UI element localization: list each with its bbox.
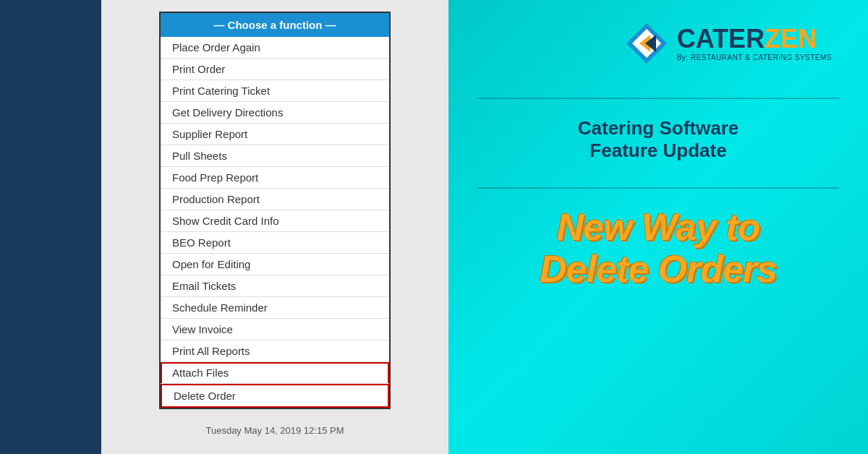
logo-area: CATERZEN By: RESTAURANT & CATERING SYSTE… [625, 22, 832, 65]
list-item[interactable]: Food Prep Report [161, 167, 389, 189]
list-item[interactable]: Open for Editing [161, 254, 389, 275]
list-item[interactable]: Print All Reports [161, 340, 389, 362]
logo-icon [625, 22, 668, 65]
logo-name: CATERZEN [677, 26, 832, 52]
delete-order-item[interactable]: Delete Order [161, 384, 389, 408]
list-item[interactable]: Pull Sheets [161, 145, 389, 167]
list-item[interactable]: Print Order [161, 59, 389, 80]
left-panel [0, 0, 101, 454]
list-item[interactable]: Email Tickets [161, 275, 389, 297]
feature-update-line2: Feature Update [578, 140, 739, 162]
list-item[interactable]: Production Report [161, 189, 389, 210]
logo-tagline: By: RESTAURANT & CATERING SYSTEMS [677, 53, 832, 61]
list-item[interactable]: Print Catering Ticket [161, 80, 389, 102]
list-item[interactable]: View Invoice [161, 319, 389, 340]
list-item[interactable]: Place Order Again [161, 37, 389, 59]
list-item[interactable]: Get Delivery Directions [161, 102, 389, 124]
list-item[interactable]: Schedule Reminder [161, 297, 389, 319]
separator2 [477, 187, 839, 189]
list-item[interactable]: Supplier Report [161, 124, 389, 145]
list-item[interactable]: Show Credit Card Info [161, 210, 389, 232]
list-item[interactable]: BEO Report [161, 232, 389, 254]
dropdown-menu[interactable]: — Choose a function — Place Order Again … [159, 12, 391, 409]
right-panel: CATERZEN By: RESTAURANT & CATERING SYSTE… [448, 0, 868, 454]
big-title-section: New Way to Delete Orders [540, 207, 777, 289]
big-title-line2: Delete Orders [540, 249, 777, 290]
center-panel: — Choose a function — Place Order Again … [101, 0, 448, 454]
separator [477, 98, 839, 99]
timestamp: Tuesday May 14, 2019 12:15 PM [205, 425, 344, 436]
list-item[interactable]: Attach Files [161, 362, 389, 384]
feature-update-section: Catering Software Feature Update [578, 117, 739, 162]
feature-update-line1: Catering Software [578, 117, 739, 140]
big-title-line1: New Way to [540, 207, 777, 248]
dropdown-header: — Choose a function — [161, 13, 389, 37]
logo-text: CATERZEN By: RESTAURANT & CATERING SYSTE… [677, 26, 832, 61]
